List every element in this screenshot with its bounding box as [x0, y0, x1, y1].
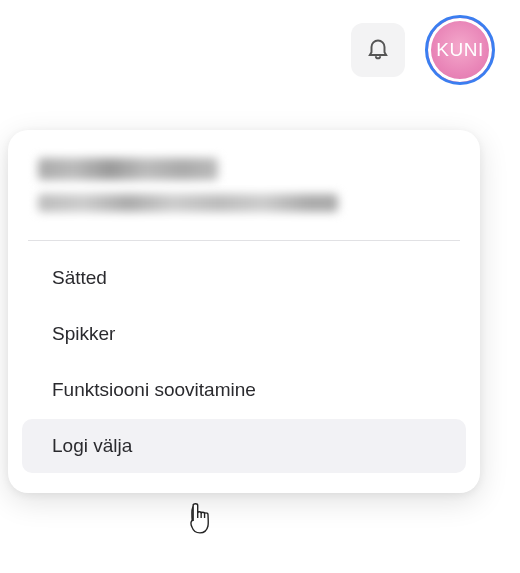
menu-item-suggest-feature[interactable]: Funktsiooni soovitamine	[22, 363, 466, 417]
user-name-blurred	[38, 158, 218, 180]
menu-item-label: Spikker	[52, 323, 115, 344]
user-email-blurred	[38, 194, 338, 212]
menu-item-label: Logi välja	[52, 435, 132, 456]
user-menu-dropdown: Sätted Spikker Funktsiooni soovitamine L…	[8, 130, 480, 493]
avatar[interactable]: KUNI	[425, 15, 495, 85]
cursor-icon	[186, 502, 214, 534]
menu-item-help[interactable]: Spikker	[22, 307, 466, 361]
menu-item-logout[interactable]: Logi välja	[22, 419, 466, 473]
top-bar: KUNI	[0, 0, 520, 85]
notifications-button[interactable]	[351, 23, 405, 77]
menu-item-label: Sätted	[52, 267, 107, 288]
bell-icon	[365, 35, 391, 65]
menu-item-label: Funktsiooni soovitamine	[52, 379, 256, 400]
avatar-initials: KUNI	[436, 39, 483, 61]
menu-item-settings[interactable]: Sätted	[22, 251, 466, 305]
divider	[28, 240, 460, 241]
user-info-section	[8, 158, 480, 232]
